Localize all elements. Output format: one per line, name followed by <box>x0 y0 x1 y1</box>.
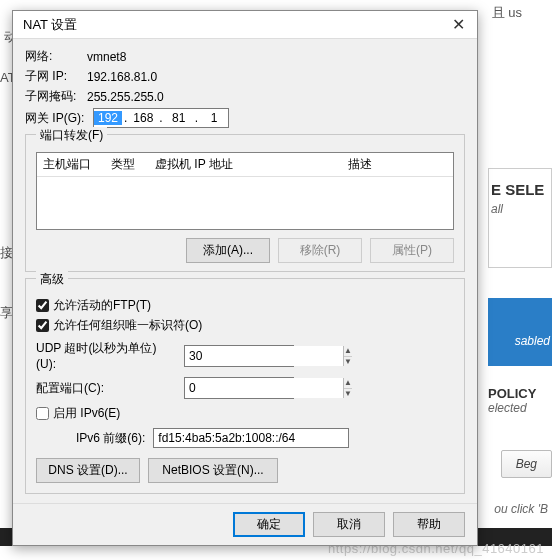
enable-ipv6-input[interactable] <box>36 407 49 420</box>
port-forwarding-group-label: 端口转发(F) <box>36 127 107 144</box>
config-port-spinner[interactable]: ▲ ▼ <box>184 377 294 399</box>
spinner-down-icon[interactable]: ▼ <box>344 389 352 399</box>
col-vm-ip: 虚拟机 IP 地址 <box>155 156 265 173</box>
dialog-title: NAT 设置 <box>23 16 77 34</box>
col-type: 类型 <box>111 156 147 173</box>
spinner-up-icon[interactable]: ▲ <box>344 378 352 389</box>
bg-top-label: 且 us <box>492 4 522 22</box>
enable-ipv6-label: 启用 IPv6(E) <box>53 405 120 422</box>
dialog-titlebar: NAT 设置 ✕ <box>13 11 477 39</box>
close-icon[interactable]: ✕ <box>446 15 471 34</box>
allow-active-ftp-checkbox[interactable]: 允许活动的FTP(T) <box>36 297 454 314</box>
allow-active-ftp-label: 允许活动的FTP(T) <box>53 297 151 314</box>
advanced-group-label: 高级 <box>36 271 68 288</box>
bg-policy-sub: elected <box>488 401 552 415</box>
gateway-octet-3[interactable]: 81 <box>165 111 193 125</box>
subnet-ip-value: 192.168.81.0 <box>87 70 157 84</box>
gateway-octet-4[interactable]: 1 <box>200 111 228 125</box>
dns-settings-button[interactable]: DNS 设置(D)... <box>36 458 140 483</box>
gateway-octet-2[interactable]: 168 <box>129 111 157 125</box>
col-description: 描述 <box>273 156 447 173</box>
enable-ipv6-checkbox[interactable]: 启用 IPv6(E) <box>36 405 454 422</box>
netbios-settings-button[interactable]: NetBIOS 设置(N)... <box>148 458 278 483</box>
bg-begin-button[interactable]: Beg <box>501 450 552 478</box>
bg-policy-title: POLICY <box>488 386 552 401</box>
ok-button[interactable]: 确定 <box>233 512 305 537</box>
bg-selection-box: E SELE all <box>488 168 552 268</box>
spinner-down-icon[interactable]: ▼ <box>344 357 352 367</box>
advanced-group: 高级 允许活动的FTP(T) 允许任何组织唯一标识符(O) UDP 超时(以秒为… <box>25 278 465 494</box>
bg-blue-label: sabled <box>515 334 550 348</box>
network-value: vmnet8 <box>87 50 126 64</box>
allow-any-oui-input[interactable] <box>36 319 49 332</box>
bg-selection-sub: all <box>491 202 551 216</box>
udp-timeout-label: UDP 超时(以秒为单位)(U): <box>36 340 176 371</box>
bg-footer-text: ou click 'B <box>494 502 548 516</box>
help-button[interactable]: 帮助 <box>393 512 465 537</box>
udp-timeout-input[interactable] <box>185 346 343 366</box>
dialog-content: 网络: vmnet8 子网 IP: 192.168.81.0 子网掩码: 255… <box>13 39 477 503</box>
add-button[interactable]: 添加(A)... <box>186 238 270 263</box>
port-forwarding-group: 端口转发(F) 主机端口 类型 虚拟机 IP 地址 描述 添加(A)... 移除… <box>25 134 465 272</box>
bg-policy-box: POLICY elected <box>488 386 552 415</box>
table-header: 主机端口 类型 虚拟机 IP 地址 描述 <box>37 153 453 177</box>
ipv6-prefix-input[interactable] <box>153 428 349 448</box>
subnet-mask-value: 255.255.255.0 <box>87 90 164 104</box>
config-port-input[interactable] <box>185 378 343 398</box>
subnet-ip-label: 子网 IP: <box>25 68 87 85</box>
allow-any-oui-checkbox[interactable]: 允许任何组织唯一标识符(O) <box>36 317 454 334</box>
nat-settings-dialog: NAT 设置 ✕ 网络: vmnet8 子网 IP: 192.168.81.0 … <box>12 10 478 546</box>
gateway-ip-input[interactable]: 192. 168. 81. 1 <box>93 108 229 128</box>
allow-active-ftp-input[interactable] <box>36 299 49 312</box>
udp-timeout-spinner[interactable]: ▲ ▼ <box>184 345 294 367</box>
bg-selection-title: E SELE <box>491 181 551 198</box>
remove-button: 移除(R) <box>278 238 362 263</box>
gateway-ip-label: 网关 IP(G): <box>25 110 93 127</box>
allow-any-oui-label: 允许任何组织唯一标识符(O) <box>53 317 202 334</box>
subnet-mask-label: 子网掩码: <box>25 88 87 105</box>
config-port-label: 配置端口(C): <box>36 380 176 397</box>
cancel-button[interactable]: 取消 <box>313 512 385 537</box>
spinner-up-icon[interactable]: ▲ <box>344 346 352 357</box>
dialog-footer: 确定 取消 帮助 <box>13 503 477 545</box>
bg-blue-box: sabled <box>488 298 552 366</box>
properties-button: 属性(P) <box>370 238 454 263</box>
col-host-port: 主机端口 <box>43 156 103 173</box>
gateway-octet-1[interactable]: 192 <box>94 111 122 125</box>
network-label: 网络: <box>25 48 87 65</box>
port-forwarding-table[interactable]: 主机端口 类型 虚拟机 IP 地址 描述 <box>36 152 454 230</box>
ipv6-prefix-label: IPv6 前缀(6): <box>76 430 145 447</box>
